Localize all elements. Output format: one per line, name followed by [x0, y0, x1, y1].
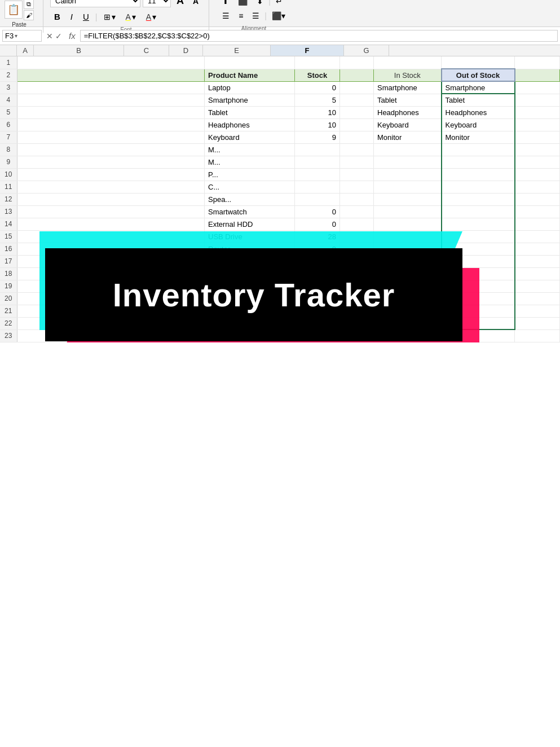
- cell-e9[interactable]: [374, 156, 442, 168]
- cell-a11[interactable]: [17, 181, 205, 193]
- col-header-d[interactable]: D: [169, 45, 203, 56]
- cell-c7[interactable]: 9: [295, 131, 340, 143]
- cell-f7[interactable]: Monitor: [442, 131, 515, 143]
- wrap-text-button[interactable]: ↵: [272, 0, 286, 7]
- format-painter-icon[interactable]: 🖌: [24, 10, 34, 20]
- cell-b6[interactable]: Headphones: [205, 118, 295, 131]
- cell-b4[interactable]: Smartphone: [205, 94, 295, 106]
- cell-f12[interactable]: [442, 193, 515, 205]
- cell-g20[interactable]: [515, 292, 560, 305]
- col-header-e[interactable]: E: [203, 45, 271, 56]
- cell-g7[interactable]: [515, 131, 560, 143]
- dropdown-arrow-icon[interactable]: ▾: [15, 33, 17, 39]
- cell-e10[interactable]: [374, 168, 442, 181]
- cell-e5[interactable]: Headphones: [374, 106, 442, 118]
- cell-b9[interactable]: M...: [205, 156, 295, 168]
- cell-g22[interactable]: [515, 317, 560, 329]
- cell-a9[interactable]: [17, 156, 205, 168]
- cell-g23[interactable]: [515, 329, 560, 342]
- col-header-f[interactable]: F: [271, 45, 344, 56]
- cell-d5[interactable]: [340, 106, 374, 118]
- cell-a14[interactable]: [17, 218, 205, 230]
- cell-b11[interactable]: C...: [205, 181, 295, 193]
- increase-font-button[interactable]: A: [173, 0, 187, 8]
- cell-f5[interactable]: Headphones: [442, 106, 515, 118]
- cell-g14[interactable]: [515, 218, 560, 230]
- align-top-button[interactable]: ⬆: [218, 0, 233, 7]
- cell-b1[interactable]: [205, 56, 295, 69]
- font-color-button[interactable]: A▾: [142, 11, 160, 23]
- cell-a6[interactable]: [17, 118, 205, 131]
- cell-g3[interactable]: [515, 81, 560, 94]
- cell-e13[interactable]: [374, 205, 442, 218]
- cell-b13[interactable]: Smartwatch: [205, 205, 295, 218]
- cell-e7[interactable]: Monitor: [374, 131, 442, 143]
- cell-g13[interactable]: [515, 205, 560, 218]
- underline-button[interactable]: U: [79, 10, 93, 23]
- cell-d13[interactable]: [340, 205, 374, 218]
- cell-b12[interactable]: Spea...: [205, 193, 295, 205]
- cell-a10[interactable]: [17, 168, 205, 181]
- cell-f2-header[interactable]: Out of Stock: [442, 69, 515, 81]
- cell-d3[interactable]: [340, 81, 374, 94]
- cell-e11[interactable]: [374, 181, 442, 193]
- cell-d8[interactable]: [340, 143, 374, 156]
- cell-c8[interactable]: [295, 143, 340, 156]
- cell-c14[interactable]: 0: [295, 218, 340, 230]
- col-header-c[interactable]: C: [124, 45, 169, 56]
- cell-d6[interactable]: [340, 118, 374, 131]
- col-header-a[interactable]: A: [17, 45, 34, 56]
- cell-b7[interactable]: Keyboard: [205, 131, 295, 143]
- cell-g4[interactable]: [515, 94, 560, 106]
- cell-g15[interactable]: [515, 230, 560, 243]
- col-header-b[interactable]: B: [34, 45, 124, 56]
- merge-cells-button[interactable]: ⬛▾: [268, 10, 289, 22]
- cell-f4[interactable]: Tablet: [442, 94, 515, 106]
- cell-d9[interactable]: [340, 156, 374, 168]
- decrease-font-button[interactable]: A: [189, 0, 202, 7]
- cell-a7[interactable]: [17, 131, 205, 143]
- cell-c3[interactable]: 0: [295, 81, 340, 94]
- confirm-formula-icon[interactable]: ✓: [55, 32, 62, 41]
- cell-a1[interactable]: [17, 56, 205, 69]
- cell-c2-header[interactable]: Stock: [295, 69, 340, 81]
- cell-g19[interactable]: [515, 280, 560, 292]
- cell-e8[interactable]: [374, 143, 442, 156]
- cell-c1[interactable]: [295, 56, 340, 69]
- cell-a8[interactable]: [17, 143, 205, 156]
- cell-e2-header[interactable]: In Stock: [374, 69, 442, 81]
- cell-c9[interactable]: [295, 156, 340, 168]
- cell-g1[interactable]: [515, 56, 560, 69]
- cell-f8[interactable]: [442, 143, 515, 156]
- cell-f6[interactable]: Keyboard: [442, 118, 515, 131]
- cell-g5[interactable]: [515, 106, 560, 118]
- cell-d1[interactable]: [340, 56, 374, 69]
- cell-a5[interactable]: [17, 106, 205, 118]
- cell-f10[interactable]: [442, 168, 515, 181]
- cell-g12[interactable]: [515, 193, 560, 205]
- align-center-button[interactable]: ≡: [235, 10, 247, 22]
- cell-a12[interactable]: [17, 193, 205, 205]
- cell-g8[interactable]: [515, 143, 560, 156]
- align-middle-button[interactable]: ⬛: [234, 0, 252, 7]
- cell-g2[interactable]: [515, 69, 560, 81]
- cell-d10[interactable]: [340, 168, 374, 181]
- cell-f13[interactable]: [442, 205, 515, 218]
- cell-c12[interactable]: [295, 193, 340, 205]
- cell-b2-header[interactable]: Product Name: [205, 69, 295, 81]
- cell-f14[interactable]: [442, 218, 515, 230]
- cell-c13[interactable]: 0: [295, 205, 340, 218]
- bold-button[interactable]: B: [50, 10, 64, 23]
- paste-icon[interactable]: 📋: [5, 1, 23, 19]
- cell-g6[interactable]: [515, 118, 560, 131]
- cell-g18[interactable]: [515, 267, 560, 280]
- col-header-g[interactable]: G: [344, 45, 389, 56]
- cell-g11[interactable]: [515, 181, 560, 193]
- cell-c10[interactable]: [295, 168, 340, 181]
- align-right-button[interactable]: ☰: [248, 10, 263, 22]
- cell-d14[interactable]: [340, 218, 374, 230]
- cell-d2[interactable]: [340, 69, 374, 81]
- cancel-formula-icon[interactable]: ✕: [46, 32, 53, 41]
- cell-c11[interactable]: [295, 181, 340, 193]
- cell-f11[interactable]: [442, 181, 515, 193]
